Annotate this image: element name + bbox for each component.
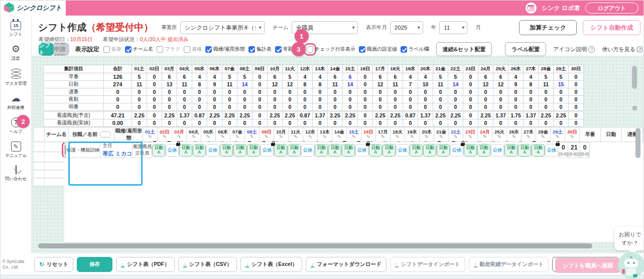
shift-chip[interactable]: 日勤A — [410, 144, 423, 157]
sidebar-item-settings[interactable]: ⚙設定 — [1, 41, 31, 65]
chat-robot-avatar[interactable] — [618, 252, 644, 278]
shift-cell[interactable]: 日勤A — [532, 143, 545, 158]
display-setting-フラグ[interactable]: フラグ — [157, 46, 180, 53]
tab-request-status[interactable]: 希望申請状況 — [54, 43, 69, 56]
shift-chip[interactable]: 日勤A — [382, 144, 396, 157]
shift-cell[interactable]: 日勤A — [328, 143, 342, 158]
shift-cell[interactable]: 日勤A — [382, 143, 396, 158]
shift-label-cell[interactable] — [34, 143, 45, 152]
shift-chip[interactable]: 日勤A — [437, 144, 450, 157]
shift-chip[interactable]: 日勤A — [328, 144, 341, 157]
shift-cell[interactable]: 日勤A — [369, 143, 382, 158]
shift-chip[interactable]: 日勤A — [477, 144, 490, 157]
shift-label-cell[interactable] — [34, 171, 45, 178]
shift-chip[interactable]: 日勤A — [288, 144, 301, 157]
shift-label-cell[interactable] — [34, 179, 45, 186]
toolbar-button-フォーマットダウンロード[interactable]: ↓フォーマットダウンロード — [306, 257, 386, 272]
deploy-shift-button[interactable]: シフトを職員へ展開 — [555, 258, 620, 273]
pencil-icon[interactable]: ✎ — [536, 134, 550, 140]
shift-label-cell[interactable] — [34, 163, 45, 170]
pencil-icon[interactable]: ✎ — [260, 134, 274, 140]
pencil-icon[interactable]: ✎ — [405, 134, 419, 140]
pencil-icon[interactable]: ✎ — [391, 134, 405, 140]
pencil-icon[interactable]: ✎ — [551, 134, 565, 140]
shift-cell[interactable]: 日勤A — [518, 143, 532, 158]
pencil-icon[interactable]: ✎ — [332, 134, 346, 140]
checkbox[interactable] — [359, 46, 365, 53]
shift-chip[interactable]: 日勤A — [233, 144, 246, 157]
pencil-icon[interactable]: ✎ — [507, 134, 521, 140]
auto-create-shift-button[interactable]: シフト自動作成 — [583, 20, 640, 35]
shift-chip[interactable]: 日勤A — [342, 144, 355, 157]
shift-cell[interactable]: 公休 — [450, 143, 464, 158]
pencil-icon[interactable]: ✎ — [187, 134, 201, 140]
pencil-icon[interactable]: ✎ — [289, 134, 303, 140]
shift-cell[interactable]: 日勤A — [247, 143, 261, 158]
display-setting-チーム名[interactable]: チーム名 — [125, 46, 153, 53]
display-setting-並替[interactable]: 並替 — [103, 46, 121, 53]
shift-chip[interactable]: 日勤A — [274, 144, 287, 157]
shift-cell[interactable]: 日勤A — [288, 143, 301, 158]
shift-chip[interactable]: 日勤A — [532, 144, 545, 157]
pencil-icon[interactable]: ✎ — [318, 134, 332, 140]
shift-chip[interactable]: 公休 — [450, 144, 463, 157]
shift-cell[interactable]: 日勤A — [342, 143, 355, 158]
sidebar-item-external[interactable]: ☁外部連携 — [1, 90, 31, 114]
display-setting-集計表[interactable]: 集計表 — [248, 46, 272, 53]
display-setting-チェック行非表示[interactable]: チェック行非表示13 — [307, 46, 355, 53]
series-set-placement-button[interactable]: 連続&セット配置 — [436, 42, 492, 56]
pencil-icon[interactable]: ✎ — [434, 134, 448, 140]
shift-chip[interactable]: 日勤A — [247, 144, 260, 157]
shift-cell[interactable]: 日勤A — [152, 143, 166, 158]
shift-chip[interactable]: 日勤A — [179, 144, 192, 157]
shift-cell[interactable]: 公休 — [166, 143, 179, 158]
shift-cell[interactable]: 公休 — [261, 143, 274, 158]
checkbox[interactable] — [157, 46, 163, 53]
shift-chip[interactable]: 日勤A — [423, 144, 436, 157]
pencil-icon[interactable]: ✎ — [478, 134, 492, 140]
checkbox[interactable] — [205, 46, 212, 53]
shift-cell[interactable]: 日勤A — [179, 143, 193, 158]
pencil-icon[interactable]: ✎ — [201, 134, 215, 140]
shift-chip[interactable]: 公休 — [355, 144, 368, 157]
display-setting-資格[interactable]: 資格 — [184, 46, 202, 53]
vertical-scrollbar-summary[interactable] — [632, 66, 637, 89]
logout-button[interactable]: ログアウト — [585, 3, 638, 14]
tab-shift[interactable]: シフト — [39, 43, 54, 56]
pencil-icon[interactable]: ✎ — [565, 134, 579, 140]
label-placement-button[interactable]: ラベル配置 — [505, 42, 546, 56]
sidebar-item-manual[interactable]: ✎マニュアル — [1, 138, 31, 162]
checkbox[interactable] — [103, 46, 110, 53]
checkbox[interactable] — [248, 46, 255, 53]
shift-cell[interactable]: 日勤A — [193, 143, 206, 158]
shift-cell[interactable]: 日勤A — [233, 143, 247, 158]
checkbox[interactable] — [307, 46, 313, 53]
shift-label-cell[interactable] — [34, 153, 45, 162]
pencil-icon[interactable]: ✎ — [172, 134, 186, 140]
addition-check-button[interactable]: 加算チェック — [519, 20, 577, 35]
pencil-icon[interactable]: ✎ — [492, 134, 506, 140]
shift-chip[interactable]: 公休 — [491, 144, 504, 157]
pencil-icon[interactable]: ✎ — [303, 134, 317, 140]
shift-chip[interactable]: 日勤A — [152, 144, 165, 157]
shift-chip[interactable]: 公休 — [545, 144, 558, 157]
pencil-icon[interactable]: ✎ — [449, 134, 463, 140]
shift-cell[interactable]: 日勤A — [423, 143, 437, 158]
pencil-icon[interactable]: ✎ — [216, 134, 230, 140]
shift-chip[interactable]: 日勤A — [315, 144, 328, 157]
display-setting-職種/雇用形態[interactable]: 職種/雇用形態 — [205, 46, 245, 53]
display-setting-職員の設定値[interactable]: 職員の設定値 — [359, 46, 397, 53]
shift-chip[interactable]: 公休 — [396, 144, 409, 157]
pencil-icon[interactable]: ✎ — [158, 134, 172, 140]
shift-cell[interactable]: 公休 — [355, 143, 369, 158]
vertical-scrollbar-staff[interactable] — [635, 128, 640, 158]
pencil-icon[interactable]: ✎ — [361, 134, 375, 140]
sidebar-item-shift[interactable]: 15シフト — [1, 16, 31, 41]
pencil-icon[interactable]: ✎ — [376, 134, 390, 140]
sidebar-item-master[interactable]: マスタ管理 — [1, 65, 31, 90]
pencil-icon[interactable]: ✎ — [245, 134, 259, 140]
month-select[interactable]: 11 — [439, 21, 467, 34]
toolbar-button-シフトデータインポート[interactable]: ↑シフトデータインポート — [390, 257, 465, 272]
checkbox[interactable] — [401, 46, 407, 53]
shift-cell[interactable]: 公休 — [396, 143, 410, 158]
